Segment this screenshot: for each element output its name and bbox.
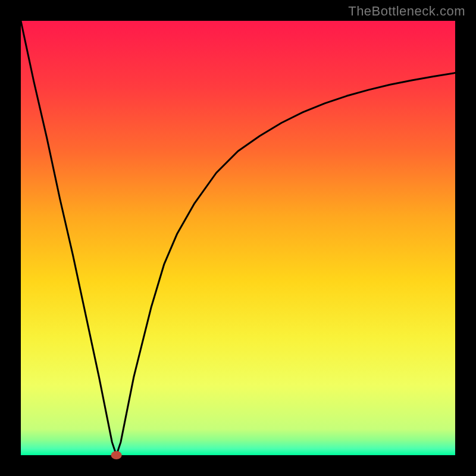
watermark-text: TheBottleneck.com: [348, 4, 465, 19]
optimal-point-marker: [111, 451, 122, 459]
chart-frame: TheBottleneck.com: [0, 0, 476, 476]
chart-svg: [0, 0, 476, 476]
plot-background: [21, 21, 455, 455]
